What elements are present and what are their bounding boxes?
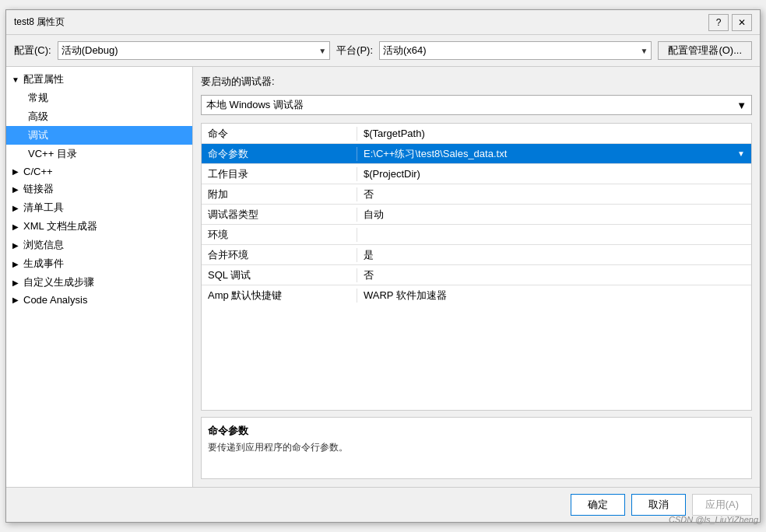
help-button[interactable]: ?: [708, 14, 729, 31]
sidebar: ▼ 配置属性 常规 高级 调试 VC++ 目录 ▶ C/C++ ▶ 链接器: [6, 67, 193, 487]
prop-name-command: 命令: [202, 127, 357, 141]
prop-row-workdir[interactable]: 工作目录 $(ProjectDir): [202, 164, 751, 184]
sidebar-item-browse-info[interactable]: ▶ 浏览信息: [6, 236, 192, 254]
sidebar-label-linker: 链接器: [23, 182, 54, 196]
prop-value-amp-default: WARP 软件加速器: [357, 289, 751, 303]
properties-dialog: test8 属性页 ? ✕ 配置(C): 活动(Debug) ▼ 平台(P): …: [5, 9, 761, 523]
prop-value-attach: 否: [357, 187, 751, 201]
sidebar-label-general: 常规: [28, 92, 48, 103]
sidebar-item-xml-gen[interactable]: ▶ XML 文档生成器: [6, 217, 192, 236]
sidebar-label-c-cpp: C/C++: [23, 166, 53, 177]
prop-row-command[interactable]: 命令 $(TargetPath): [202, 124, 751, 144]
prop-value-arrow-icon: ▼: [737, 149, 745, 158]
platform-dropdown-arrow: ▼: [641, 47, 648, 55]
debugger-value: 本地 Windows 调试器: [206, 98, 304, 112]
sidebar-label-manifest: 清单工具: [23, 201, 64, 215]
triangle-right-icon-code: ▶: [11, 296, 20, 305]
sidebar-item-manifest[interactable]: ▶ 清单工具: [6, 198, 192, 217]
description-title: 命令参数: [208, 424, 745, 438]
prop-value-sql-debug: 否: [357, 268, 751, 282]
sidebar-item-code-analysis[interactable]: ▶ Code Analysis: [6, 292, 192, 308]
prop-name-command-args: 命令参数: [202, 147, 357, 161]
prop-name-debugger-type: 调试器类型: [202, 208, 357, 222]
prop-name-attach: 附加: [202, 187, 357, 201]
sidebar-label-debug: 调试: [28, 129, 48, 141]
sidebar-item-advanced[interactable]: 高级: [6, 107, 192, 126]
prop-row-sql-debug[interactable]: SQL 调试 否: [202, 265, 751, 285]
platform-label: 平台(P):: [336, 44, 373, 58]
prop-row-attach[interactable]: 附加 否: [202, 184, 751, 205]
sidebar-item-debug[interactable]: 调试: [6, 126, 192, 145]
close-button[interactable]: ✕: [732, 14, 752, 31]
platform-dropdown[interactable]: 活动(x64) ▼: [379, 41, 652, 60]
bottom-bar: 确定 取消 应用(A): [6, 487, 760, 522]
prop-row-amp-default[interactable]: Amp 默认快捷键 WARP 软件加速器: [202, 285, 751, 306]
prop-value-command-args: E:\C++练习\test8\Sales_data.txt ▼: [357, 147, 751, 161]
debugger-select[interactable]: 本地 Windows 调试器 ▼: [201, 95, 752, 115]
triangle-right-icon-manifest: ▶: [11, 203, 20, 212]
prop-name-merge-env: 合并环境: [202, 248, 357, 262]
sidebar-label-browse-info: 浏览信息: [23, 238, 64, 252]
sidebar-label-vc-dirs: VC++ 目录: [28, 148, 77, 159]
sidebar-item-linker[interactable]: ▶ 链接器: [6, 180, 192, 198]
sidebar-item-config-properties[interactable]: ▼ 配置属性: [6, 70, 192, 89]
config-dropdown-arrow: ▼: [318, 47, 326, 55]
triangle-right-icon-linker: ▶: [11, 184, 20, 194]
sidebar-item-general[interactable]: 常规: [6, 89, 192, 107]
debugger-prompt: 要启动的调试器:: [201, 75, 752, 89]
properties-table: 命令 $(TargetPath) 命令参数 E:\C++练习\test8\Sal…: [201, 123, 752, 411]
prop-row-debugger-type[interactable]: 调试器类型 自动: [202, 205, 751, 225]
config-dropdown[interactable]: 活动(Debug) ▼: [58, 41, 330, 60]
watermark: CSDN @ls_LiuYiZheng: [669, 515, 758, 524]
description-panel: 命令参数 要传递到应用程序的命令行参数。: [201, 417, 752, 479]
prop-value-merge-env: 是: [357, 248, 751, 262]
cancel-button[interactable]: 取消: [631, 494, 686, 516]
apply-button[interactable]: 应用(A): [692, 494, 752, 516]
prop-row-command-args[interactable]: 命令参数 E:\C++练习\test8\Sales_data.txt ▼: [202, 144, 751, 164]
right-panel: 要启动的调试器: 本地 Windows 调试器 ▼ 命令 $(TargetPat…: [193, 67, 760, 487]
sidebar-item-vc-dirs[interactable]: VC++ 目录: [6, 145, 192, 163]
config-label: 配置(C):: [14, 44, 51, 58]
sidebar-label-xml-gen: XML 文档生成器: [23, 219, 97, 233]
config-bar: 配置(C): 活动(Debug) ▼ 平台(P): 活动(x64) ▼ 配置管理…: [6, 35, 760, 66]
sidebar-item-custom-build[interactable]: ▶ 自定义生成步骤: [6, 273, 192, 292]
triangle-right-icon-ccpp: ▶: [11, 167, 20, 177]
main-content: ▼ 配置属性 常规 高级 调试 VC++ 目录 ▶ C/C++ ▶ 链接器: [6, 66, 760, 487]
ok-button[interactable]: 确定: [571, 494, 625, 516]
triangle-right-icon-browse: ▶: [11, 240, 20, 250]
prop-name-env: 环境: [202, 228, 357, 242]
sidebar-label-code-analysis: Code Analysis: [23, 294, 87, 306]
prop-value-workdir: $(ProjectDir): [357, 168, 751, 180]
debugger-arrow-icon: ▼: [736, 100, 747, 111]
manage-configs-button[interactable]: 配置管理器(O)...: [658, 41, 752, 60]
sidebar-item-c-cpp[interactable]: ▶ C/C++: [6, 163, 192, 180]
triangle-right-icon-xml: ▶: [11, 222, 20, 231]
sidebar-label-advanced: 高级: [28, 110, 48, 122]
triangle-down-icon: ▼: [11, 75, 20, 84]
prop-row-merge-env[interactable]: 合并环境 是: [202, 245, 751, 265]
title-bar-buttons: ? ✕: [708, 14, 752, 31]
command-args-text: E:\C++练习\test8\Sales_data.txt: [364, 147, 507, 161]
prop-value-debugger-type: 自动: [357, 208, 751, 222]
triangle-right-icon-custom: ▶: [11, 278, 20, 287]
prop-name-amp-default: Amp 默认快捷键: [202, 289, 357, 303]
prop-value-command: $(TargetPath): [357, 128, 751, 139]
prop-row-env[interactable]: 环境: [202, 225, 751, 245]
platform-value: 活动(x64): [383, 44, 427, 58]
prop-name-workdir: 工作目录: [202, 167, 357, 181]
sidebar-label-build-events: 生成事件: [23, 257, 64, 271]
sidebar-item-build-events[interactable]: ▶ 生成事件: [6, 254, 192, 273]
sidebar-label-config-properties: 配置属性: [23, 72, 64, 86]
sidebar-label-custom-build: 自定义生成步骤: [23, 275, 94, 289]
triangle-right-icon-build: ▶: [11, 259, 20, 268]
dialog-title: test8 属性页: [14, 16, 65, 29]
description-text: 要传递到应用程序的命令行参数。: [208, 441, 745, 454]
config-value: 活动(Debug): [61, 44, 118, 58]
title-bar: test8 属性页 ? ✕: [6, 10, 760, 35]
prop-name-sql-debug: SQL 调试: [202, 268, 357, 282]
